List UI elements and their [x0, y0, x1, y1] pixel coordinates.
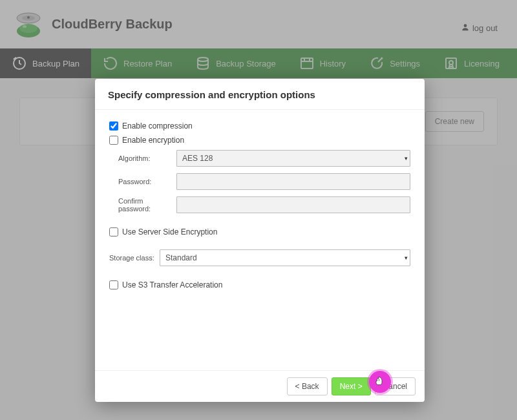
s3-transfer-acceleration-checkbox[interactable]: [109, 280, 118, 289]
enable-encryption-label: Enable encryption: [122, 136, 184, 145]
enable-compression-label: Enable compression: [122, 121, 193, 131]
next-button[interactable]: Next >: [332, 377, 371, 395]
enable-encryption-checkbox[interactable]: [109, 136, 118, 145]
server-side-encryption-checkbox[interactable]: [109, 227, 118, 236]
modal-header: Specify compression and encryption optio…: [95, 79, 425, 110]
enable-compression-row[interactable]: Enable compression: [109, 121, 410, 131]
s3-transfer-acceleration-row[interactable]: Use S3 Transfer Acceleration: [109, 280, 410, 289]
password-label: Password:: [118, 178, 176, 185]
modal-body: Enable compression Enable encryption Alg…: [95, 110, 425, 370]
s3-transfer-acceleration-label: Use S3 Transfer Acceleration: [122, 280, 222, 289]
compression-encryption-modal: Specify compression and encryption optio…: [95, 79, 425, 402]
storage-class-select[interactable]: [160, 249, 410, 266]
server-side-encryption-row[interactable]: Use Server Side Encryption: [109, 227, 410, 236]
server-side-encryption-label: Use Server Side Encryption: [122, 227, 217, 236]
storage-class-label: Storage class:: [109, 254, 160, 262]
encryption-fields: Algorithm: ▾ Password: Confirm password:: [118, 150, 410, 213]
modal-footer: < Back Next > Cancel: [95, 370, 425, 402]
modal-title: Specify compression and encryption optio…: [108, 89, 412, 100]
password-input[interactable]: [176, 173, 410, 190]
cancel-button[interactable]: Cancel: [375, 377, 416, 395]
confirm-password-input[interactable]: [176, 196, 410, 213]
enable-compression-checkbox[interactable]: [109, 121, 118, 131]
algorithm-select[interactable]: [176, 150, 410, 167]
algorithm-label: Algorithm:: [118, 154, 176, 162]
enable-encryption-row[interactable]: Enable encryption: [109, 136, 410, 145]
back-button[interactable]: < Back: [287, 377, 328, 395]
confirm-password-label: Confirm password:: [118, 197, 176, 213]
